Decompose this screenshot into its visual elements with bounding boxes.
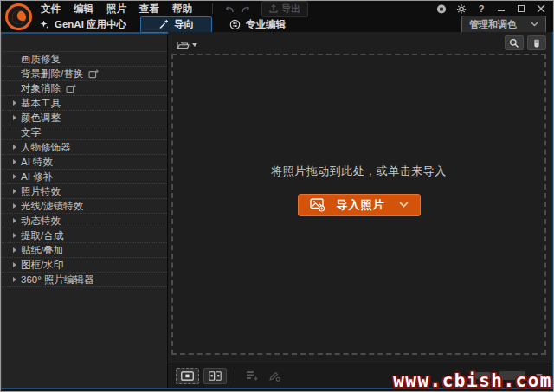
sidebar-item[interactable]: 贴纸/叠加	[2, 243, 167, 258]
expand-arrow-icon	[13, 277, 16, 282]
import-chevron-icon[interactable]	[399, 202, 409, 208]
app-window: 文件编辑照片查看帮助 导出 ?	[0, 0, 554, 392]
hand-icon	[531, 38, 542, 48]
zoom-tool-button[interactable]	[505, 35, 524, 50]
pro-edit-label: 专业编辑	[246, 18, 286, 31]
hand-pan-tool-button[interactable]	[527, 35, 546, 50]
photo-drop-zone[interactable]: 将照片拖动到此处，或单击来导入 导入照片	[171, 54, 546, 355]
expand-arrow-icon	[13, 203, 16, 209]
sidebar-item[interactable]: 人物修饰器	[2, 140, 167, 155]
add-photo-icon	[310, 198, 325, 212]
menu-item-4[interactable]: 帮助	[172, 3, 192, 16]
export-button[interactable]: 导出	[261, 1, 308, 17]
sidebar-item[interactable]: 基本工具	[2, 96, 167, 111]
undo-icon[interactable]	[222, 3, 235, 15]
sidebar-item-label: 图框/水印	[21, 259, 63, 272]
manage-color-label: 管理和调色	[469, 18, 517, 31]
settings-gear-icon[interactable]	[456, 3, 467, 14]
sidebar-item[interactable]: 提取/合成	[2, 228, 167, 243]
sparkle-icon	[39, 19, 49, 29]
menu-item-2[interactable]: 照片	[106, 3, 126, 16]
sidebar-item[interactable]: 文字	[2, 125, 167, 140]
open-folder-dropdown[interactable]	[177, 40, 197, 50]
window-controls: ?	[436, 3, 546, 14]
sidebar-item[interactable]: 背景删除/替换	[2, 67, 167, 81]
help-button[interactable]: ?	[476, 3, 486, 14]
sidebar-item[interactable]: 图框/水印	[2, 258, 167, 273]
chevron-down-icon	[531, 22, 538, 27]
account-icon[interactable]	[436, 3, 447, 14]
sidebar-item[interactable]: 颜色调整	[2, 111, 167, 125]
expand-arrow-icon	[13, 218, 16, 223]
menubar: 文件编辑照片查看帮助 导出 ?	[1, 1, 553, 16]
divider	[235, 370, 235, 382]
expand-arrow-icon	[13, 247, 16, 253]
drop-hint-text: 将照片拖动到此处，或单击来导入	[271, 164, 447, 179]
sidebar-item-label: 照片特效	[21, 185, 61, 198]
expand-arrow-icon	[13, 174, 16, 179]
sidebar-item-label: 贴纸/叠加	[21, 244, 63, 257]
menu-item-1[interactable]: 编辑	[74, 3, 93, 16]
import-photos-button[interactable]: 导入照片	[298, 194, 421, 216]
split-view-icon	[209, 371, 222, 381]
manage-color-dropdown[interactable]: 管理和调色	[461, 16, 546, 33]
close-button[interactable]	[536, 3, 546, 14]
sidebar-item-label: 光线/滤镜特效	[21, 200, 83, 213]
header: 文件编辑照片查看帮助 导出 ?	[1, 1, 553, 32]
single-view-icon	[181, 371, 194, 381]
canvas-toolbar	[168, 32, 552, 52]
app-logo-icon	[5, 3, 32, 30]
sidebar-item-label: 画质修复	[21, 53, 61, 66]
genai-hub-button[interactable]: GenAI 应用中心	[39, 18, 126, 31]
export-label: 导出	[281, 3, 300, 16]
sidebar-list: 画质修复背景删除/替换对象消除基本工具颜色调整文字人物修饰器AI 特效AI 修补…	[2, 52, 167, 287]
sidebar-item-label: 动态特效	[21, 215, 61, 228]
sidebar-item[interactable]: AI 修补	[2, 170, 167, 184]
guide-tab[interactable]: 导向	[140, 16, 212, 33]
ai-badge-icon	[66, 84, 76, 93]
sidebar-item-label: 360° 照片编辑器	[21, 273, 93, 286]
expand-arrow-icon	[13, 262, 16, 267]
magic-wand-icon	[158, 19, 169, 29]
menu-item-0[interactable]: 文件	[41, 3, 61, 16]
menu-items: 文件编辑照片查看帮助	[41, 3, 205, 16]
menu-item-3[interactable]: 查看	[139, 3, 159, 16]
sidebar-item-label: 文字	[21, 126, 41, 139]
expand-arrow-icon	[13, 115, 16, 120]
folder-caret-icon	[192, 43, 197, 47]
expand-arrow-icon	[13, 233, 16, 238]
sidebar-item[interactable]: 360° 照片编辑器	[2, 273, 167, 287]
export-icon	[269, 4, 278, 13]
split-view-button[interactable]	[203, 368, 227, 384]
genai-hub-label: GenAI 应用中心	[55, 18, 126, 31]
ai-badge-icon	[88, 69, 99, 79]
folder-icon	[177, 40, 190, 50]
sidebar-item[interactable]: AI 特效	[2, 155, 167, 170]
sidebar-item[interactable]: 照片特效	[2, 184, 167, 199]
content: 画质修复背景删除/替换对象消除基本工具颜色调整文字人物修饰器AI 特效AI 修补…	[1, 32, 553, 389]
watermark-text: www.cbish.com	[393, 370, 552, 391]
minimize-button[interactable]	[496, 3, 506, 14]
adjust-sliders-icon	[229, 19, 241, 30]
main-panel: 将照片拖动到此处，或单击来导入 导入照片	[168, 32, 552, 388]
redo-icon[interactable]	[239, 3, 253, 15]
sidebar-item[interactable]: 对象消除	[2, 81, 167, 96]
sidebar-item-label: 提取/合成	[21, 229, 63, 242]
maximize-button[interactable]	[516, 3, 526, 14]
expand-arrow-icon	[13, 145, 16, 150]
sidebar-top-strip	[2, 32, 167, 52]
magnifier-icon	[509, 38, 519, 48]
sidebar-item-label: 人物修饰器	[21, 141, 71, 154]
sidebar-item[interactable]: 光线/滤镜特效	[2, 199, 167, 214]
expand-arrow-icon	[13, 100, 16, 106]
pro-edit-tab[interactable]: 专业编辑	[229, 18, 286, 31]
sidebar-item[interactable]: 画质修复	[2, 52, 167, 67]
import-photos-label: 导入照片	[337, 197, 385, 213]
tools-sidebar: 画质修复背景删除/替换对象消除基本工具颜色调整文字人物修饰器AI 特效AI 修补…	[2, 32, 168, 388]
batch-queue-icon	[243, 368, 261, 383]
sidebar-item-label: AI 修补	[21, 170, 53, 183]
single-view-button[interactable]	[176, 368, 199, 384]
divider	[212, 3, 213, 14]
expand-arrow-icon	[13, 189, 16, 194]
sidebar-item[interactable]: 动态特效	[2, 214, 167, 228]
